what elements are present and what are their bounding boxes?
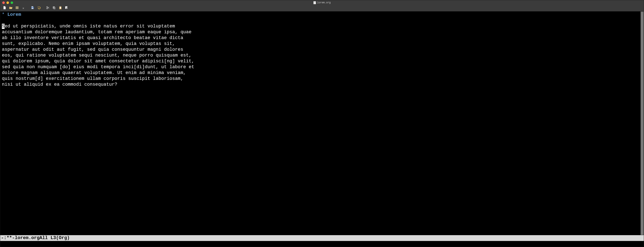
toolbar: ✕ [0, 5, 644, 11]
mode-line[interactable]: -:**- lorem.org All L3 (Org) [0, 235, 644, 241]
clipboard-icon [58, 6, 62, 10]
drawer-icon [15, 6, 19, 10]
svg-rect-12 [60, 7, 61, 9]
paste-button[interactable] [58, 6, 63, 10]
open-file-button[interactable] [8, 6, 13, 10]
titlebar[interactable]: lorem.org [0, 0, 644, 5]
svg-rect-5 [32, 8, 33, 9]
minibuffer[interactable] [0, 241, 644, 247]
modeline-modified: -:**- [1, 235, 15, 241]
svg-rect-9 [54, 7, 55, 9]
org-heading-star: * [2, 12, 4, 17]
copy-button[interactable] [52, 6, 56, 10]
save-button[interactable] [30, 6, 35, 10]
text-cursor: S [2, 24, 4, 29]
scissors-icon [46, 6, 50, 10]
close-icon: ✕ [22, 6, 24, 10]
cut-button[interactable] [46, 6, 50, 10]
window-title-text: lorem.org [317, 1, 331, 4]
svg-rect-2 [17, 7, 18, 7]
zoom-window-button[interactable] [10, 1, 13, 4]
search-icon [65, 6, 68, 10]
window-frame: lorem.org ✕ [0, 0, 644, 247]
undo-button[interactable] [36, 6, 41, 10]
scrollbar-thumb[interactable] [641, 12, 644, 235]
modeline-position: All L3 [40, 235, 56, 241]
svg-rect-3 [17, 8, 18, 8]
modeline-major-mode: (Org) [56, 235, 70, 241]
search-button[interactable] [64, 6, 69, 10]
new-file-icon [3, 6, 6, 10]
undo-icon [37, 6, 40, 10]
dired-button[interactable] [15, 6, 19, 10]
vertical-scrollbar[interactable] [640, 11, 644, 235]
modeline-buffer-name: lorem.org [15, 235, 40, 241]
svg-rect-1 [16, 7, 18, 8]
svg-rect-4 [32, 6, 33, 7]
svg-rect-11 [60, 6, 61, 7]
close-buffer-button[interactable]: ✕ [21, 6, 26, 10]
document-icon [314, 1, 316, 4]
text-editor[interactable]: * Lorem Sed ut perspiciatis, unde omnis … [0, 11, 640, 235]
copy-icon [52, 6, 56, 10]
minimize-window-button[interactable] [6, 1, 9, 4]
new-file-button[interactable] [2, 6, 7, 10]
folder-open-icon [9, 6, 13, 10]
traffic-lights [2, 1, 13, 4]
body-text: ed ut perspiciatis, unde omnis iste natu… [2, 24, 194, 87]
org-heading-text: Lorem [7, 12, 21, 17]
editor-wrap: * Lorem Sed ut perspiciatis, unde omnis … [0, 11, 644, 235]
close-window-button[interactable] [2, 1, 5, 4]
floppy-disk-icon [30, 6, 34, 10]
window-title: lorem.org [0, 1, 644, 4]
